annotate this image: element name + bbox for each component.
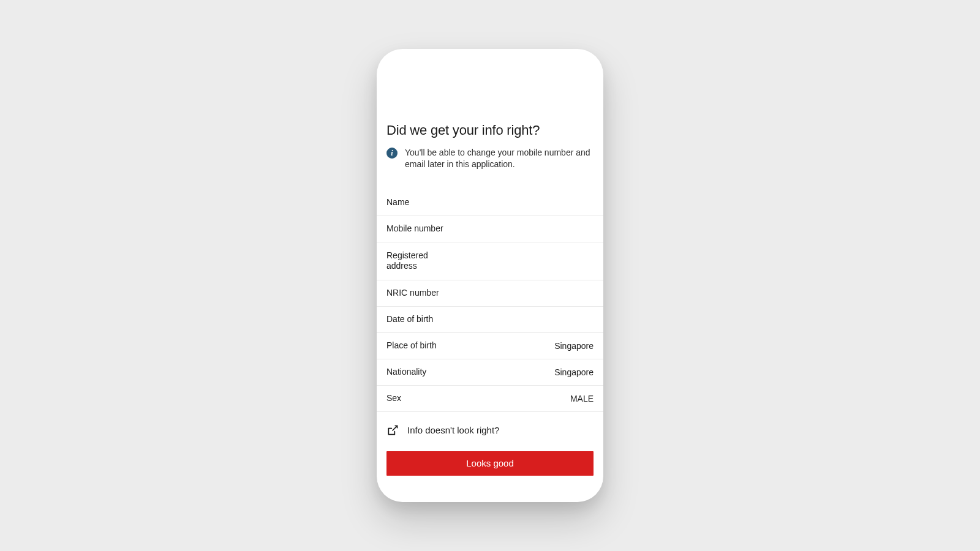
- device-frame: Did we get your info right? i You'll be …: [377, 49, 603, 502]
- value-pob: Singapore: [554, 341, 594, 351]
- label-name: Name: [386, 197, 409, 208]
- row-address: Registered address: [377, 242, 603, 280]
- label-pob: Place of birth: [386, 340, 437, 351]
- label-dob: Date of birth: [386, 314, 433, 325]
- info-notice-text: You'll be able to change your mobile num…: [405, 147, 594, 170]
- header: Did we get your info right? i You'll be …: [377, 122, 603, 179]
- info-correction-label: Info doesn't look right?: [407, 425, 499, 435]
- label-mobile: Mobile number: [386, 223, 443, 234]
- external-link-icon: [386, 424, 399, 437]
- row-nationality: Nationality Singapore: [377, 359, 603, 386]
- page-title: Did we get your info right?: [386, 122, 594, 138]
- row-sex: Sex MALE: [377, 386, 603, 412]
- screen: Did we get your info right? i You'll be …: [377, 49, 603, 502]
- looks-good-button[interactable]: Looks good: [386, 451, 594, 476]
- info-list: Name Mobile number Registered address NR…: [377, 190, 603, 412]
- row-dob: Date of birth: [377, 307, 603, 333]
- value-sex: MALE: [570, 394, 594, 403]
- label-nric: NRIC number: [386, 288, 439, 299]
- row-name: Name: [377, 190, 603, 216]
- row-pob: Place of birth Singapore: [377, 333, 603, 359]
- value-nationality: Singapore: [554, 367, 594, 377]
- row-mobile: Mobile number: [377, 216, 603, 242]
- info-notice: i You'll be able to change your mobile n…: [386, 147, 594, 170]
- info-correction-link[interactable]: Info doesn't look right?: [377, 412, 603, 441]
- info-icon: i: [386, 148, 398, 159]
- label-sex: Sex: [386, 393, 401, 404]
- label-nationality: Nationality: [386, 367, 426, 378]
- label-address: Registered address: [386, 249, 460, 273]
- footer: Looks good: [377, 441, 603, 502]
- row-nric: NRIC number: [377, 280, 603, 307]
